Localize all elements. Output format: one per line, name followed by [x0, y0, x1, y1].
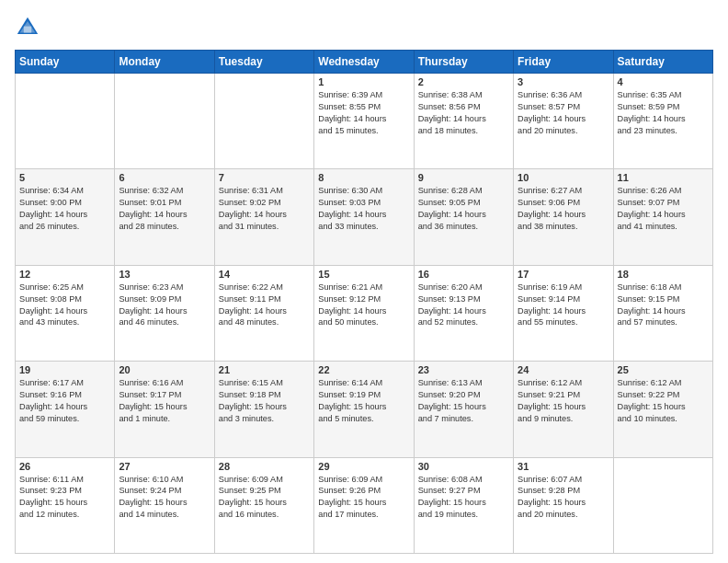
calendar-cell — [16, 74, 115, 169]
day-number: 17 — [518, 269, 609, 280]
calendar-cell — [214, 74, 313, 169]
calendar-cell: 7Sunrise: 6:31 AM Sunset: 9:02 PM Daylig… — [214, 169, 313, 265]
day-number: 15 — [318, 269, 409, 280]
day-number: 8 — [318, 172, 409, 183]
day-number: 7 — [219, 172, 310, 183]
day-info: Sunrise: 6:12 AM Sunset: 9:21 PM Dayligh… — [518, 377, 609, 425]
calendar-cell: 30Sunrise: 6:08 AM Sunset: 9:27 PM Dayli… — [414, 457, 513, 553]
day-number: 20 — [119, 364, 210, 375]
calendar-cell: 5Sunrise: 6:34 AM Sunset: 9:00 PM Daylig… — [16, 169, 115, 265]
day-header-thursday: Thursday — [414, 51, 513, 74]
calendar-week-row: 1Sunrise: 6:39 AM Sunset: 8:55 PM Daylig… — [16, 74, 713, 169]
day-header-wednesday: Wednesday — [314, 51, 414, 74]
calendar-cell: 8Sunrise: 6:30 AM Sunset: 9:03 PM Daylig… — [314, 169, 414, 265]
day-number: 26 — [19, 461, 110, 472]
calendar-cell: 16Sunrise: 6:20 AM Sunset: 9:13 PM Dayli… — [414, 265, 513, 361]
calendar-cell — [613, 457, 712, 553]
calendar-cell: 11Sunrise: 6:26 AM Sunset: 9:07 PM Dayli… — [613, 169, 712, 265]
svg-rect-2 — [24, 27, 31, 33]
day-info: Sunrise: 6:12 AM Sunset: 9:22 PM Dayligh… — [618, 377, 709, 425]
calendar-cell: 3Sunrise: 6:36 AM Sunset: 8:57 PM Daylig… — [514, 74, 613, 169]
day-header-monday: Monday — [115, 51, 214, 74]
day-number: 4 — [618, 76, 709, 87]
day-number: 25 — [618, 364, 709, 375]
day-info: Sunrise: 6:16 AM Sunset: 9:17 PM Dayligh… — [119, 377, 210, 425]
calendar-cell: 29Sunrise: 6:09 AM Sunset: 9:26 PM Dayli… — [314, 457, 414, 553]
day-info: Sunrise: 6:35 AM Sunset: 8:59 PM Dayligh… — [618, 89, 709, 137]
day-number: 12 — [19, 269, 110, 280]
day-number: 3 — [518, 76, 609, 87]
day-info: Sunrise: 6:25 AM Sunset: 9:08 PM Dayligh… — [19, 282, 110, 329]
page: SundayMondayTuesdayWednesdayThursdayFrid… — [0, 0, 728, 563]
calendar-cell: 20Sunrise: 6:16 AM Sunset: 9:17 PM Dayli… — [115, 362, 214, 457]
calendar-cell: 17Sunrise: 6:19 AM Sunset: 9:14 PM Dayli… — [514, 265, 613, 361]
day-info: Sunrise: 6:38 AM Sunset: 8:56 PM Dayligh… — [418, 89, 509, 137]
day-number: 9 — [418, 172, 509, 183]
day-info: Sunrise: 6:30 AM Sunset: 9:03 PM Dayligh… — [318, 185, 409, 233]
logo — [15, 15, 44, 40]
day-number: 1 — [318, 76, 409, 87]
day-header-sunday: Sunday — [16, 51, 115, 74]
day-number: 10 — [518, 172, 609, 183]
day-header-saturday: Saturday — [613, 51, 712, 74]
day-number: 21 — [219, 364, 310, 375]
day-info: Sunrise: 6:17 AM Sunset: 9:16 PM Dayligh… — [19, 377, 110, 425]
day-info: Sunrise: 6:31 AM Sunset: 9:02 PM Dayligh… — [219, 185, 310, 233]
day-number: 29 — [318, 461, 409, 472]
day-number: 19 — [19, 364, 110, 375]
day-info: Sunrise: 6:18 AM Sunset: 9:15 PM Dayligh… — [618, 282, 709, 329]
calendar-cell: 15Sunrise: 6:21 AM Sunset: 9:12 PM Dayli… — [314, 265, 414, 361]
day-info: Sunrise: 6:08 AM Sunset: 9:27 PM Dayligh… — [418, 474, 509, 522]
day-info: Sunrise: 6:22 AM Sunset: 9:11 PM Dayligh… — [219, 282, 310, 329]
day-info: Sunrise: 6:27 AM Sunset: 9:06 PM Dayligh… — [518, 185, 609, 233]
day-info: Sunrise: 6:23 AM Sunset: 9:09 PM Dayligh… — [119, 282, 210, 329]
day-info: Sunrise: 6:07 AM Sunset: 9:28 PM Dayligh… — [518, 474, 609, 522]
day-number: 2 — [418, 76, 509, 87]
calendar-cell: 6Sunrise: 6:32 AM Sunset: 9:01 PM Daylig… — [115, 169, 214, 265]
calendar-cell: 10Sunrise: 6:27 AM Sunset: 9:06 PM Dayli… — [514, 169, 613, 265]
day-info: Sunrise: 6:26 AM Sunset: 9:07 PM Dayligh… — [618, 185, 709, 233]
calendar-week-row: 26Sunrise: 6:11 AM Sunset: 9:23 PM Dayli… — [16, 457, 713, 553]
calendar-cell: 25Sunrise: 6:12 AM Sunset: 9:22 PM Dayli… — [613, 362, 712, 457]
calendar-week-row: 5Sunrise: 6:34 AM Sunset: 9:00 PM Daylig… — [16, 169, 713, 265]
day-number: 16 — [418, 269, 509, 280]
day-number: 30 — [418, 461, 509, 472]
calendar-cell: 23Sunrise: 6:13 AM Sunset: 9:20 PM Dayli… — [414, 362, 513, 457]
day-number: 31 — [518, 461, 609, 472]
day-number: 14 — [219, 269, 310, 280]
day-number: 11 — [618, 172, 709, 183]
day-number: 23 — [418, 364, 509, 375]
day-info: Sunrise: 6:09 AM Sunset: 9:26 PM Dayligh… — [318, 474, 409, 522]
header — [15, 15, 713, 40]
calendar-week-row: 12Sunrise: 6:25 AM Sunset: 9:08 PM Dayli… — [16, 265, 713, 361]
day-number: 13 — [119, 269, 210, 280]
day-header-friday: Friday — [514, 51, 613, 74]
calendar-cell: 1Sunrise: 6:39 AM Sunset: 8:55 PM Daylig… — [314, 74, 414, 169]
calendar-cell: 24Sunrise: 6:12 AM Sunset: 9:21 PM Dayli… — [514, 362, 613, 457]
calendar-cell: 2Sunrise: 6:38 AM Sunset: 8:56 PM Daylig… — [414, 74, 513, 169]
day-info: Sunrise: 6:39 AM Sunset: 8:55 PM Dayligh… — [318, 89, 409, 137]
day-info: Sunrise: 6:28 AM Sunset: 9:05 PM Dayligh… — [418, 185, 509, 233]
day-info: Sunrise: 6:20 AM Sunset: 9:13 PM Dayligh… — [418, 282, 509, 329]
calendar-header-row: SundayMondayTuesdayWednesdayThursdayFrid… — [16, 51, 713, 74]
calendar-cell: 19Sunrise: 6:17 AM Sunset: 9:16 PM Dayli… — [16, 362, 115, 457]
calendar-cell: 27Sunrise: 6:10 AM Sunset: 9:24 PM Dayli… — [115, 457, 214, 553]
calendar-cell: 31Sunrise: 6:07 AM Sunset: 9:28 PM Dayli… — [514, 457, 613, 553]
day-number: 18 — [618, 269, 709, 280]
calendar-week-row: 19Sunrise: 6:17 AM Sunset: 9:16 PM Dayli… — [16, 362, 713, 457]
calendar-cell: 21Sunrise: 6:15 AM Sunset: 9:18 PM Dayli… — [214, 362, 313, 457]
calendar-cell: 28Sunrise: 6:09 AM Sunset: 9:25 PM Dayli… — [214, 457, 313, 553]
calendar-cell: 4Sunrise: 6:35 AM Sunset: 8:59 PM Daylig… — [613, 74, 712, 169]
day-number: 28 — [219, 461, 310, 472]
day-info: Sunrise: 6:14 AM Sunset: 9:19 PM Dayligh… — [318, 377, 409, 425]
calendar-cell: 13Sunrise: 6:23 AM Sunset: 9:09 PM Dayli… — [115, 265, 214, 361]
calendar-cell: 9Sunrise: 6:28 AM Sunset: 9:05 PM Daylig… — [414, 169, 513, 265]
day-number: 6 — [119, 172, 210, 183]
calendar-cell: 26Sunrise: 6:11 AM Sunset: 9:23 PM Dayli… — [16, 457, 115, 553]
day-info: Sunrise: 6:32 AM Sunset: 9:01 PM Dayligh… — [119, 185, 210, 233]
day-number: 24 — [518, 364, 609, 375]
day-info: Sunrise: 6:15 AM Sunset: 9:18 PM Dayligh… — [219, 377, 310, 425]
day-info: Sunrise: 6:19 AM Sunset: 9:14 PM Dayligh… — [518, 282, 609, 329]
day-info: Sunrise: 6:10 AM Sunset: 9:24 PM Dayligh… — [119, 474, 210, 522]
calendar-table: SundayMondayTuesdayWednesdayThursdayFrid… — [15, 50, 713, 554]
